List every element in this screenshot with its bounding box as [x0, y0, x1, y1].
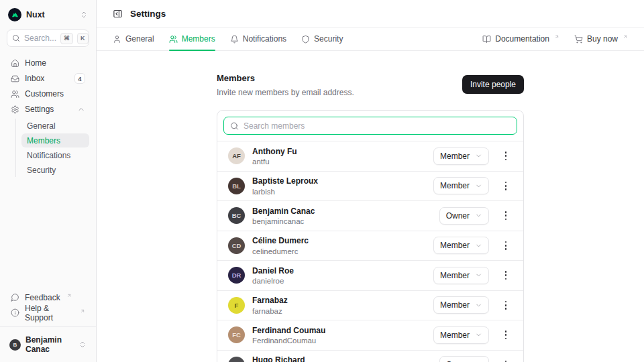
- chevron-down-icon: [475, 302, 482, 309]
- chevron-down-icon: [475, 272, 482, 279]
- row-menu-button[interactable]: [499, 267, 513, 284]
- sidebar-nav: Home Inbox 4 Customers Settings General …: [7, 56, 89, 177]
- member-name: Céline Dumerc: [252, 236, 309, 245]
- role-select[interactable]: Member: [433, 177, 489, 194]
- member-row: F Farnabazfarnabaz Member: [217, 290, 523, 320]
- sidebar: Nuxt Search... ⌘ K Home Inbox 4 Customer…: [0, 0, 97, 362]
- sidebar-item-label: Customers: [25, 89, 64, 99]
- member-username: FerdinandCoumau: [252, 337, 325, 345]
- role-select[interactable]: Member: [433, 326, 489, 344]
- member-username: danielroe: [252, 277, 294, 285]
- content: Members Invite new members by email addr…: [97, 51, 644, 362]
- row-menu-button[interactable]: [499, 147, 513, 165]
- chevrons-up-down-icon: [78, 341, 87, 349]
- sidebar-search-placeholder: Search...: [24, 34, 56, 43]
- sidebar-item-inbox[interactable]: Inbox 4: [7, 71, 89, 86]
- buy-now-link[interactable]: Buy now: [574, 27, 628, 50]
- book-open-icon: [482, 35, 491, 44]
- inbox-count-badge: 4: [74, 73, 85, 84]
- member-name: Baptiste Leproux: [252, 176, 318, 186]
- avatar: BL: [228, 178, 245, 194]
- row-menu-button[interactable]: [499, 177, 513, 194]
- workspace-switcher[interactable]: Nuxt: [7, 7, 89, 23]
- avatar: F: [228, 297, 245, 314]
- tab-notifications[interactable]: Notifications: [230, 27, 286, 50]
- chevron-down-icon: [475, 242, 482, 249]
- sidebar-collapse-button[interactable]: [113, 9, 123, 19]
- user-menu[interactable]: B Benjamin Canac: [7, 334, 89, 354]
- role-select[interactable]: Member: [433, 267, 489, 284]
- member-username: larbish: [252, 188, 318, 196]
- kbd-k: K: [77, 33, 89, 44]
- member-name: Benjamin Canac: [252, 206, 315, 216]
- sidebar-item-label: Inbox: [25, 74, 44, 83]
- member-row: BC Benjamin Canacbenjamincanac Owner: [217, 200, 523, 231]
- search-icon: [230, 121, 239, 130]
- sidebar-item-label: Home: [25, 58, 46, 68]
- nuxt-logo-icon: [8, 8, 21, 21]
- member-name: Hugo Richard: [252, 355, 305, 362]
- member-row: HR Hugo Richardhugorcd Owner: [217, 350, 523, 362]
- chevron-down-icon: [475, 212, 482, 219]
- sidebar-item-members[interactable]: Members: [21, 133, 89, 147]
- member-row: CD Céline Dumerccelinedumerc Member: [217, 231, 523, 261]
- row-menu-button[interactable]: [499, 237, 513, 254]
- section-title: Members: [217, 73, 354, 83]
- sidebar-search-input[interactable]: Search... ⌘ K: [7, 29, 89, 47]
- info-circle-icon: [11, 308, 19, 317]
- chevron-up-icon: [77, 105, 85, 113]
- external-link-icon: [623, 34, 628, 40]
- page-header: Settings: [97, 0, 644, 27]
- divider: [0, 326, 96, 327]
- member-row: DR Daniel Roedanielroe Member: [217, 260, 523, 290]
- tab-general[interactable]: General: [113, 27, 154, 50]
- tab-security[interactable]: Security: [301, 27, 343, 50]
- section-description: Invite new members by email address.: [217, 88, 354, 97]
- shopping-cart-icon: [574, 35, 583, 44]
- kbd-cmd: ⌘: [60, 33, 73, 44]
- sidebar-item-home[interactable]: Home: [7, 56, 89, 70]
- member-row: BL Baptiste Leprouxlarbish Member: [217, 171, 523, 201]
- search-members-input[interactable]: [223, 117, 517, 135]
- external-link-icon: [66, 293, 72, 298]
- inbox-icon: [11, 74, 19, 83]
- sidebar-item-security[interactable]: Security: [21, 163, 89, 177]
- sidebar-footer: Feedback Help & Support B Benjamin Canac: [7, 290, 89, 354]
- role-select[interactable]: Member: [433, 237, 489, 254]
- row-menu-button[interactable]: [499, 207, 513, 225]
- members-search-wrapper: [217, 111, 523, 141]
- member-name: Anthony Fu: [252, 147, 297, 156]
- sidebar-item-notifications[interactable]: Notifications: [21, 148, 89, 162]
- role-select[interactable]: Member: [433, 147, 489, 165]
- row-menu-button[interactable]: [499, 326, 513, 344]
- row-menu-button[interactable]: [499, 296, 513, 314]
- avatar: AF: [228, 147, 245, 164]
- users-icon: [11, 90, 19, 99]
- chevron-down-icon: [475, 331, 482, 339]
- row-menu-button[interactable]: [499, 356, 513, 362]
- documentation-link[interactable]: Documentation: [482, 27, 559, 50]
- help-support-link[interactable]: Help & Support: [7, 306, 89, 320]
- member-username: antfu: [252, 158, 297, 166]
- role-select[interactable]: Owner: [439, 207, 489, 225]
- tab-members[interactable]: Members: [169, 27, 215, 50]
- role-select[interactable]: Owner: [439, 356, 489, 362]
- invite-people-button[interactable]: Invite people: [462, 75, 524, 94]
- shield-icon: [301, 35, 310, 44]
- member-username: celinedumerc: [252, 247, 309, 255]
- users-icon: [169, 35, 178, 44]
- user-icon: [113, 35, 121, 44]
- user-name: Benjamin Canac: [25, 335, 74, 354]
- sidebar-item-general[interactable]: General: [21, 119, 89, 133]
- sidebar-item-customers[interactable]: Customers: [7, 86, 89, 101]
- feedback-link[interactable]: Feedback: [7, 290, 89, 304]
- role-select[interactable]: Member: [433, 296, 489, 314]
- page-header-title: Settings: [130, 9, 166, 19]
- gear-icon: [11, 105, 19, 114]
- sidebar-item-settings[interactable]: Settings: [7, 102, 89, 117]
- settings-tabbar: General Members Notifications Security D…: [97, 27, 644, 51]
- home-icon: [11, 59, 19, 68]
- main-area: Settings General Members Notifications S…: [97, 0, 644, 362]
- member-row: FC Ferdinand CoumauFerdinandCoumau Membe…: [217, 320, 523, 350]
- chevron-down-icon: [475, 182, 482, 190]
